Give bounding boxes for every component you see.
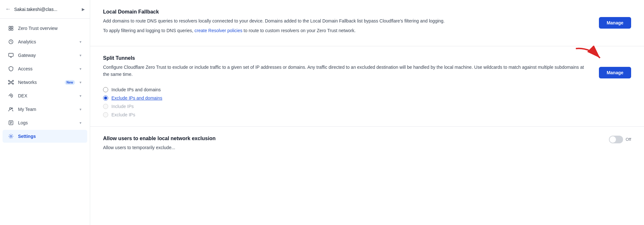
svg-rect-3 xyxy=(11,29,13,30)
svg-rect-0 xyxy=(9,26,11,28)
grid-icon xyxy=(8,25,14,32)
split-tunnels-manage-button[interactable]: Manage xyxy=(599,67,631,78)
link-suffix: to route to custom resolvers on your Zer… xyxy=(242,28,356,33)
link-prefix: To apply filtering and logging to DNS qu… xyxy=(103,28,194,33)
svg-point-12 xyxy=(10,108,11,109)
svg-rect-2 xyxy=(9,29,11,30)
radio-exclude-ips-label: Exclude IPs xyxy=(111,112,135,117)
sidebar-item-networks[interactable]: Networks New ▼ xyxy=(3,76,87,89)
shield-icon xyxy=(8,66,14,72)
dex-icon xyxy=(8,93,14,99)
gear-icon xyxy=(8,133,14,140)
svg-point-7 xyxy=(8,80,10,82)
team-icon xyxy=(8,106,14,113)
svg-rect-1 xyxy=(11,26,13,28)
split-tunnels-section: Split Tunnels Configure Cloudflare Zero … xyxy=(90,46,644,127)
sidebar-item-label: Gateway xyxy=(18,53,75,58)
red-arrow-icon xyxy=(573,46,605,65)
split-tunnels-desc: Configure Cloudflare Zero Trust to exclu… xyxy=(103,64,586,78)
sidebar-item-label: Zero Trust overview xyxy=(18,26,82,31)
chevron-down-icon: ▼ xyxy=(79,54,82,57)
network-icon xyxy=(8,79,14,86)
sidebar-item-label: Logs xyxy=(18,120,75,125)
local-domain-title: Local Domain Fallback xyxy=(103,9,586,15)
radio-exclude-ips-domains[interactable]: Exclude IPs and domains xyxy=(103,95,631,101)
split-tunnels-radio-group: Include IPs and domains Exclude IPs and … xyxy=(103,87,631,117)
chevron-down-icon: ▼ xyxy=(79,40,82,44)
local-domain-row: Local Domain Fallback Add domains to rou… xyxy=(103,9,631,37)
arrow-container: Manage xyxy=(599,55,631,78)
radio-include-ips-domains-label: Include IPs and domains xyxy=(111,87,161,92)
radio-exclude-ips[interactable]: Exclude IPs xyxy=(103,112,631,117)
local-exclusion-toggle[interactable] xyxy=(609,136,623,143)
split-tunnels-top-row: Split Tunnels Configure Cloudflare Zero … xyxy=(103,55,631,81)
chevron-down-icon: ▼ xyxy=(79,94,82,98)
radio-exclude-ips-domains-label: Exclude IPs and domains xyxy=(111,95,162,101)
allow-local-exclusion-row: Allow users to enable local network excl… xyxy=(103,136,631,154)
local-domain-fallback-section: Local Domain Fallback Add domains to rou… xyxy=(90,0,644,46)
sidebar-item-label: My Team xyxy=(18,107,75,112)
toggle-container: Off xyxy=(609,136,631,143)
sidebar-nav: Zero Trust overview Analytics ▼ Gateway xyxy=(0,19,90,225)
sidebar-item-my-team[interactable]: My Team ▼ xyxy=(3,103,87,116)
svg-point-8 xyxy=(13,80,14,82)
sidebar: ← Sakai.takeshi@clas... ▶ Zero Trust ove… xyxy=(0,0,90,225)
chevron-down-icon: ▼ xyxy=(79,81,82,84)
sidebar-item-analytics[interactable]: Analytics ▼ xyxy=(3,35,87,48)
split-tunnels-text: Split Tunnels Configure Cloudflare Zero … xyxy=(103,55,586,81)
toggle-off-label: Off xyxy=(626,137,631,142)
sidebar-item-label: DEX xyxy=(18,93,75,98)
sidebar-item-zero-trust-overview[interactable]: Zero Trust overview xyxy=(3,22,87,35)
sidebar-item-logs[interactable]: Logs ▼ xyxy=(3,116,87,129)
local-domain-manage-button[interactable]: Manage xyxy=(599,17,631,29)
svg-rect-5 xyxy=(9,53,13,57)
account-name: Sakai.takeshi@clas... xyxy=(14,7,79,12)
sidebar-item-dex[interactable]: DEX ▼ xyxy=(3,89,87,102)
monitor-icon xyxy=(8,52,14,59)
chevron-down-icon: ▼ xyxy=(79,108,82,111)
chevron-down-icon: ▼ xyxy=(79,67,82,71)
sidebar-item-label: Access xyxy=(18,66,75,71)
clock-icon xyxy=(8,39,14,45)
local-domain-link-text: To apply filtering and logging to DNS qu… xyxy=(103,27,586,34)
new-badge: New xyxy=(65,80,75,85)
local-domain-text: Local Domain Fallback Add domains to rou… xyxy=(103,9,586,37)
chevron-right-icon: ▶ xyxy=(82,7,85,12)
radio-include-ips-domains-input[interactable] xyxy=(103,87,108,92)
split-tunnels-title: Split Tunnels xyxy=(103,55,586,61)
sidebar-item-label: Analytics xyxy=(18,39,75,44)
chevron-down-icon: ▼ xyxy=(79,121,82,125)
svg-point-10 xyxy=(13,83,14,85)
allow-local-exclusion-text: Allow users to enable local network excl… xyxy=(103,136,596,154)
radio-include-ips-input[interactable] xyxy=(103,104,108,109)
svg-point-13 xyxy=(12,108,13,109)
radio-include-ips-domains[interactable]: Include IPs and domains xyxy=(103,87,631,92)
allow-local-exclusion-desc: Allow users to temporarily exclude... xyxy=(103,144,596,151)
sidebar-item-label: Networks xyxy=(18,80,60,85)
main-content: Local Domain Fallback Add domains to rou… xyxy=(90,0,644,225)
logs-icon xyxy=(8,120,14,126)
sidebar-item-settings[interactable]: Settings xyxy=(3,130,87,143)
radio-exclude-ips-input[interactable] xyxy=(103,112,108,117)
sidebar-account-header[interactable]: ← Sakai.takeshi@clas... ▶ xyxy=(0,0,90,19)
radio-include-ips[interactable]: Include IPs xyxy=(103,104,631,109)
sidebar-item-gateway[interactable]: Gateway ▼ xyxy=(3,49,87,62)
content-area: Local Domain Fallback Add domains to rou… xyxy=(90,0,644,163)
svg-point-11 xyxy=(10,95,12,96)
sidebar-item-label: Settings xyxy=(18,134,82,139)
allow-local-exclusion-title: Allow users to enable local network excl… xyxy=(103,136,596,141)
svg-point-9 xyxy=(8,83,10,85)
resolver-policies-link[interactable]: create Resolver policies xyxy=(194,28,242,33)
local-domain-desc: Add domains to route DNS queries to reso… xyxy=(103,17,586,24)
radio-include-ips-label: Include IPs xyxy=(111,104,134,109)
sidebar-item-access[interactable]: Access ▼ xyxy=(3,62,87,75)
back-icon: ← xyxy=(5,6,11,13)
radio-exclude-ips-domains-input[interactable] xyxy=(103,95,108,101)
svg-point-15 xyxy=(10,135,12,137)
allow-local-exclusion-section: Allow users to enable local network excl… xyxy=(90,127,644,163)
